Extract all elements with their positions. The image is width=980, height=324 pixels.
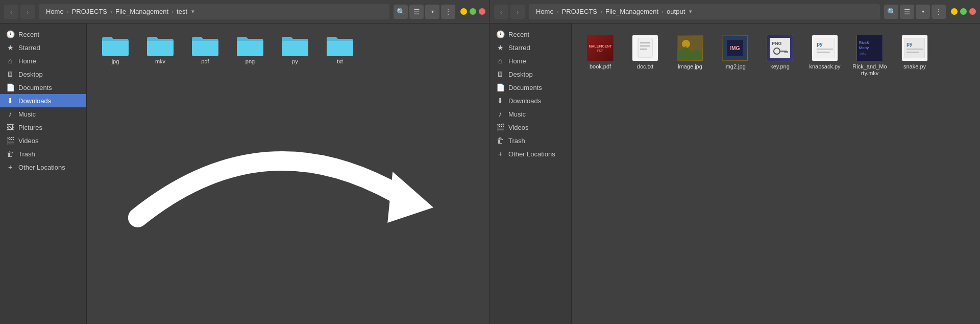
folder-jpg[interactable]: jpg	[95, 32, 136, 68]
forward-button-right[interactable]: ›	[510, 5, 525, 19]
view-button-right[interactable]: ☰	[900, 5, 914, 19]
sidebar-item-desktop-left[interactable]: 🖥 Desktop	[0, 67, 86, 81]
view-dropdown-right[interactable]: ▾	[916, 5, 930, 19]
folder-label-txt: txt	[337, 58, 343, 65]
sidebar-item-pictures-left[interactable]: 🖼 Pictures	[0, 121, 86, 134]
file-label-doc-txt: doc.txt	[637, 63, 653, 70]
file-knapsack-py[interactable]: py knapsack.py	[804, 32, 845, 80]
file-doc-txt[interactable]: doc.txt	[625, 32, 666, 80]
breadcrumb-projects-left[interactable]: PROJECTS	[70, 7, 109, 16]
breadcrumb-filemanagement-right[interactable]: File_Management	[603, 7, 660, 16]
breadcrumb-filemanagement-left[interactable]: File_Management	[113, 7, 170, 16]
file-label-snake-py: snake.py	[903, 63, 926, 70]
folder-png[interactable]: png	[230, 32, 271, 68]
sidebar-item-trash-left[interactable]: 🗑 Trash	[0, 147, 86, 160]
sidebar-item-trash-right[interactable]: 🗑 Trash	[490, 134, 571, 147]
folder-txt[interactable]: txt	[320, 32, 360, 68]
breadcrumb-output-right[interactable]: output	[665, 7, 687, 16]
sidebar-item-other-locations-right[interactable]: + Other Locations	[490, 147, 571, 160]
music-icon-left: ♪	[6, 110, 14, 118]
sidebar-label-trash-left: Trash	[18, 150, 35, 158]
file-key-png[interactable]: PNG key.png	[760, 32, 800, 80]
other-locations-icon-left: +	[6, 163, 14, 171]
sidebar-label-videos-left: Videos	[18, 137, 39, 145]
file-label-knapsack-py: knapsack.py	[809, 63, 840, 70]
breadcrumb-projects-right[interactable]: PROJECTS	[560, 7, 599, 16]
view-button-left[interactable]: ☰	[409, 5, 424, 19]
sidebar-item-music-left[interactable]: ♪ Music	[0, 107, 86, 121]
trash-icon-left: 🗑	[6, 150, 14, 158]
sidebar-item-starred-right[interactable]: ★ Starred	[490, 41, 571, 54]
sidebar-item-videos-right[interactable]: 🎬 Videos	[490, 121, 571, 134]
file-snake-py[interactable]: py snake.py	[894, 32, 935, 80]
sidebar-item-documents-left[interactable]: 📄 Documents	[0, 81, 86, 94]
sidebar-label-recent-left: Recent	[18, 31, 39, 38]
search-button-right[interactable]: 🔍	[884, 5, 898, 19]
sidebar-item-downloads-left[interactable]: ⬇ Downloads	[0, 94, 86, 107]
file-image-jpg[interactable]: image.jpg	[670, 32, 710, 80]
txt-thumb-doc	[632, 35, 658, 61]
view-dropdown-left[interactable]: ▾	[425, 5, 439, 19]
sidebar-label-home-left: Home	[18, 57, 36, 65]
breadcrumb-home-left[interactable]: Home	[44, 7, 66, 16]
file-rick-morty-mkv[interactable]: Rick& Morty .mkv Rick_and_Morty.mkv	[849, 32, 890, 80]
documents-icon-left: 📄	[6, 83, 14, 91]
sidebar-item-other-locations-left[interactable]: + Other Locations	[0, 160, 86, 174]
downloads-icon-right: ⬇	[496, 97, 504, 105]
breadcrumb-home-right[interactable]: Home	[534, 7, 556, 16]
left-file-area: jpg mkv	[87, 24, 489, 324]
sidebar-item-home-left[interactable]: ⌂ Home	[0, 54, 86, 67]
home-icon-right: ⌂	[496, 57, 504, 65]
back-button-left[interactable]: ‹	[4, 5, 18, 19]
file-label-key-png: key.png	[770, 63, 790, 70]
sidebar-item-documents-right[interactable]: 📄 Documents	[490, 81, 571, 94]
breadcrumb-test-left[interactable]: test	[175, 7, 189, 16]
maximize-button-right[interactable]	[960, 8, 967, 15]
svg-text:py: py	[906, 41, 913, 47]
maximize-button-left[interactable]	[470, 8, 476, 15]
folder-pdf[interactable]: pdf	[185, 32, 226, 68]
sidebar-item-downloads-right[interactable]: ⬇ Downloads	[490, 94, 571, 107]
starred-icon-right: ★	[496, 43, 504, 52]
back-button-right[interactable]: ‹	[494, 5, 508, 19]
folder-py[interactable]: py	[275, 32, 315, 68]
minimize-button-left[interactable]	[460, 8, 467, 15]
left-toolbar: ‹ › Home › PROJECTS › File_Management › …	[0, 0, 489, 24]
jpg-thumb-img2: IMG	[722, 35, 748, 61]
folder-label-py: py	[292, 58, 298, 65]
sidebar-item-home-right[interactable]: ⌂ Home	[490, 54, 571, 67]
window-controls-left	[460, 8, 485, 15]
right-sidebar: 🕐 Recent ★ Starred ⌂ Home 🖥 Desktop 📄 Do…	[490, 24, 572, 324]
py-thumb-snake: py	[901, 35, 928, 61]
breadcrumb-dropdown-right[interactable]: ▾	[689, 8, 692, 15]
svg-text:IMG: IMG	[730, 45, 740, 51]
sidebar-item-recent-left[interactable]: 🕐 Recent	[0, 28, 86, 41]
svg-text:PNG: PNG	[772, 41, 782, 46]
close-button-right[interactable]	[969, 8, 976, 15]
sidebar-item-recent-right[interactable]: 🕐 Recent	[490, 28, 571, 41]
sidebar-label-desktop-left: Desktop	[18, 71, 43, 78]
search-button-left[interactable]: 🔍	[394, 5, 408, 19]
menu-button-right[interactable]: ⋮	[932, 5, 946, 19]
sidebar-item-starred-left[interactable]: ★ Starred	[0, 41, 86, 54]
forward-button-left[interactable]: ›	[20, 5, 35, 19]
menu-button-left[interactable]: ⋮	[441, 5, 455, 19]
minimize-button-right[interactable]	[951, 8, 958, 15]
file-book-pdf[interactable]: MALEFICENT PDF book.pdf	[580, 32, 621, 80]
window-controls-right	[951, 8, 976, 15]
sidebar-label-pictures-left: Pictures	[18, 124, 42, 131]
sidebar-label-starred-right: Starred	[508, 44, 530, 52]
folder-icon-pdf	[192, 35, 218, 56]
sidebar-item-videos-left[interactable]: 🎬 Videos	[0, 134, 86, 147]
folder-icon-py	[282, 35, 308, 56]
svg-rect-24	[904, 38, 925, 58]
breadcrumb-dropdown-left[interactable]: ▾	[191, 8, 194, 15]
close-button-left[interactable]	[479, 8, 485, 15]
folder-mkv[interactable]: mkv	[140, 32, 181, 68]
folder-label-mkv: mkv	[155, 58, 165, 65]
folder-label-pdf: pdf	[201, 58, 209, 65]
sidebar-item-music-right[interactable]: ♪ Music	[490, 107, 571, 121]
desktop-icon-left: 🖥	[6, 70, 14, 78]
file-img2-jpg[interactable]: IMG img2.jpg	[715, 32, 755, 80]
sidebar-item-desktop-right[interactable]: 🖥 Desktop	[490, 67, 571, 81]
